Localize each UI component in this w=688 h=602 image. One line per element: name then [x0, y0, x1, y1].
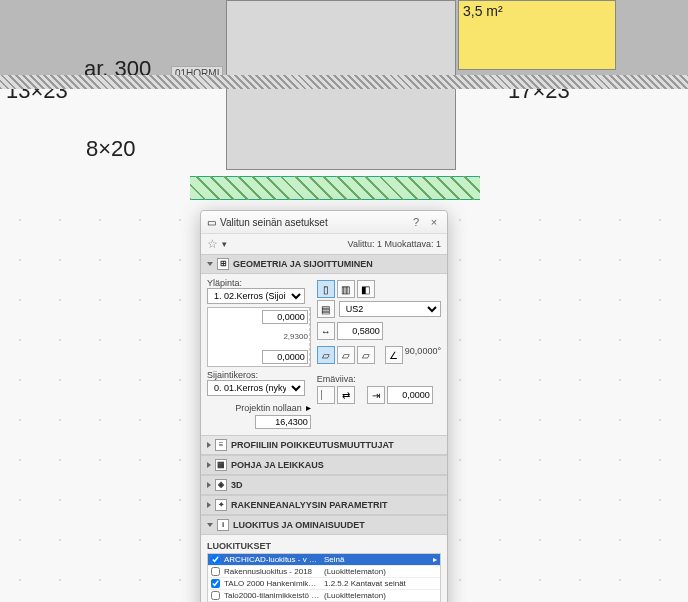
class-row[interactable]: Talo2000-tilanimikkeistö - v 1.0 (Luokit… — [208, 590, 440, 602]
section-structural-label: RAKENNEANALYYSIN PARAMETRIT — [231, 500, 388, 510]
project-zero-input[interactable] — [255, 415, 311, 429]
section-3d-label: 3D — [231, 480, 243, 490]
angle-icon: ∠ — [385, 346, 403, 364]
angle-value: 90,0000° — [405, 346, 441, 364]
section-profile-label: PROFIILIIN POIKKEUTUSMUUTTUJAT — [231, 440, 394, 450]
structure-select[interactable]: US2 — [339, 301, 441, 317]
dim-8x20: 8×20 — [86, 136, 136, 162]
class-value: Seinä — [324, 555, 429, 564]
class-row[interactable]: Rakennusluokitus - 2018 (Luokittelematon… — [208, 566, 440, 578]
favorite-button[interactable]: ☆ — [207, 237, 218, 251]
class-value: 1.2.5.2 Kantavat seinät — [324, 579, 437, 588]
wall-icon: ▭ — [207, 217, 216, 228]
structural-icon: ⌖ — [215, 499, 227, 511]
class-name: ARCHICAD-luokitus - v 2.0 RAVA... — [224, 555, 320, 564]
section-floorplan[interactable]: ▦ POHJA JA LEIKKAUS — [201, 455, 447, 475]
help-button[interactable]: ? — [409, 215, 423, 229]
classifications-label: LUOKITUKSET — [207, 541, 441, 551]
section-geometry[interactable]: ⊞ GEOMETRIA JA SIJOITTUMINEN — [201, 254, 447, 274]
bottom-label: Sijaintikeros: — [207, 370, 311, 380]
dialog-titlebar[interactable]: ▭ Valitun seinän asetukset ? × — [201, 211, 447, 234]
geom-slanted-button[interactable]: ▱ — [337, 346, 355, 364]
section-floorplan-label: POHJA JA LEIKKAUS — [231, 460, 324, 470]
top-label: Yläpinta: — [207, 278, 311, 288]
class-checkbox[interactable] — [211, 591, 220, 600]
class-row[interactable]: ARCHICAD-luokitus - v 2.0 RAVA... Seinä … — [208, 554, 440, 566]
class-name: Rakennusluokitus - 2018 — [224, 567, 320, 576]
refline-opt1-button[interactable]: ⎸ — [317, 386, 335, 404]
class-value: (Luokittelematon) — [324, 567, 437, 576]
height-value: 2,9300 — [283, 332, 307, 341]
class-checkbox[interactable] — [211, 567, 220, 576]
geom-straight-button[interactable]: ▱ — [317, 346, 335, 364]
class-name: Talo2000-tilanimikkeistö - v 1.0 — [224, 591, 320, 600]
thickness-input[interactable] — [337, 322, 383, 340]
class-checkbox[interactable] — [211, 579, 220, 588]
wall-type-basic-button[interactable]: ▯ — [317, 280, 335, 298]
dropdown-chevron-icon[interactable]: ▸ — [306, 402, 311, 413]
top-story-select[interactable]: 1. 02.Kerros (SijoitusKerros + 1) — [207, 288, 305, 304]
floorplan-icon: ▦ — [215, 459, 227, 471]
refline-opt2-button[interactable]: ⇄ — [337, 386, 355, 404]
refline-offset-icon: ⇥ — [367, 386, 385, 404]
home-story-select[interactable]: 0. 01.Kerros (nykyinen) — [207, 380, 305, 396]
thickness-icon: ↔ — [317, 322, 335, 340]
geometry-icon: ⊞ — [217, 258, 229, 270]
wall-preview: 2,9300 — [207, 307, 311, 367]
wall-settings-dialog: ▭ Valitun seinän asetukset ? × ☆ ▾ Valit… — [200, 210, 448, 602]
room-area: 3,5 m² — [463, 3, 503, 19]
dialog-title: Valitun seinän asetukset — [220, 217, 405, 228]
class-value: (Luokittelematon) — [324, 591, 437, 600]
section-profile[interactable]: ≡ PROFIILIIN POIKKEUTUSMUUTTUJAT — [201, 435, 447, 455]
chevron-down-icon[interactable]: ▾ — [222, 239, 227, 249]
bottom-offset-input[interactable] — [262, 350, 308, 364]
section-geometry-label: GEOMETRIA JA SIJOITTUMINEN — [233, 259, 373, 269]
structure-icon: ▤ — [317, 300, 335, 318]
section-classification-label: LUOKITUS JA OMINAISUUDET — [233, 520, 365, 530]
geom-doubleslant-button[interactable]: ▱ — [357, 346, 375, 364]
section-classification[interactable]: i LUOKITUS JA OMINAISUUDET — [201, 515, 447, 535]
class-row[interactable]: TALO 2000 Hankenimikkeistö - 2... 1.2.5.… — [208, 578, 440, 590]
class-dropdown-icon[interactable]: ▸ — [433, 555, 437, 564]
wall-type-profile-button[interactable]: ◧ — [357, 280, 375, 298]
selection-count: Valittu: 1 Muokattava: 1 — [348, 239, 441, 249]
room-box: 3,5 m² — [458, 0, 616, 70]
section-structural[interactable]: ⌖ RAKENNEANALYYSIN PARAMETRIT — [201, 495, 447, 515]
close-button[interactable]: × — [427, 215, 441, 229]
classification-icon: i — [217, 519, 229, 531]
class-name: TALO 2000 Hankenimikkeistö - 2... — [224, 579, 320, 588]
top-offset-input[interactable] — [262, 310, 308, 324]
section-3d[interactable]: ◈ 3D — [201, 475, 447, 495]
wall-type-composite-button[interactable]: ▥ — [337, 280, 355, 298]
class-checkbox[interactable] — [211, 555, 220, 564]
classification-list[interactable]: ARCHICAD-luokitus - v 2.0 RAVA... Seinä … — [207, 553, 441, 602]
3d-icon: ◈ — [215, 479, 227, 491]
profile-icon: ≡ — [215, 439, 227, 451]
project-zero-label: Projektin nollaan — [235, 403, 302, 413]
refline-offset-input[interactable] — [387, 386, 433, 404]
refline-label: Emäviiva: — [317, 374, 441, 384]
